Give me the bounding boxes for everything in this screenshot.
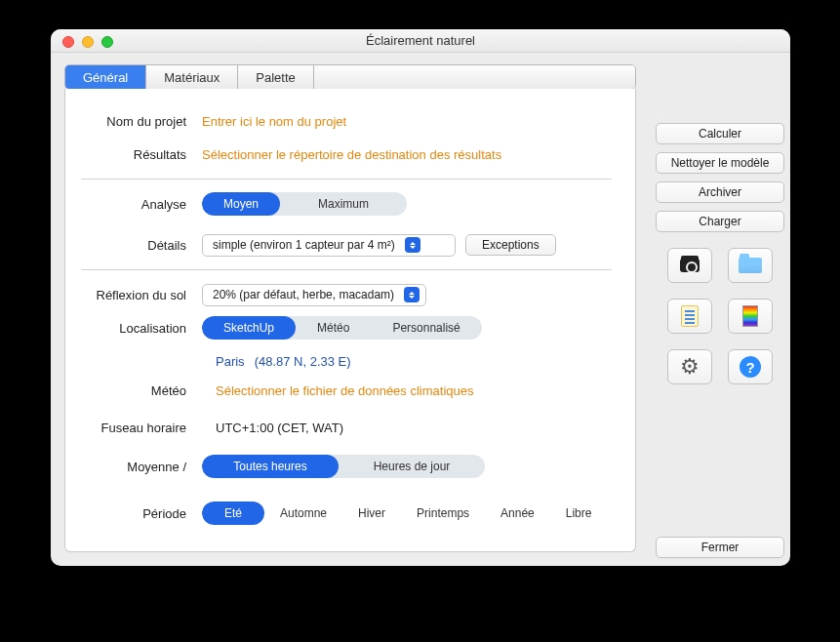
period-segmented: Eté Automne Hiver Printemps Année Libre bbox=[202, 502, 607, 525]
sidebar: Calculer Nettoyer le modèle Archiver Cha… bbox=[650, 53, 790, 566]
location-sketchup[interactable]: SketchUp bbox=[202, 316, 296, 340]
daylighting-window: Éclairement naturel Général Matériaux Pa… bbox=[51, 29, 790, 566]
average-day-hours[interactable]: Heures de jour bbox=[339, 455, 485, 478]
details-label: Détails bbox=[75, 238, 202, 253]
timezone-value: UTC+1:00 (CET, WAT) bbox=[216, 421, 343, 435]
tab-general[interactable]: Général bbox=[65, 65, 146, 89]
timezone-label: Fuseau horaire bbox=[75, 421, 202, 435]
ground-reflection-label: Réflexion du sol bbox=[75, 288, 202, 302]
period-libre[interactable]: Libre bbox=[550, 502, 608, 525]
analysis-moyen[interactable]: Moyen bbox=[202, 192, 280, 216]
minimize-icon[interactable] bbox=[82, 36, 94, 48]
bottom-area: Fermer bbox=[656, 537, 784, 558]
period-ete[interactable]: Eté bbox=[202, 502, 264, 525]
project-name-input[interactable]: Entrer ici le nom du projet bbox=[202, 114, 346, 129]
icon-row-1 bbox=[656, 248, 784, 283]
titlebar: Éclairement naturel bbox=[51, 29, 790, 53]
tab-bar: Général Matériaux Palette bbox=[64, 64, 636, 90]
gear-icon[interactable] bbox=[667, 349, 712, 384]
sidebar-spacer bbox=[656, 60, 784, 115]
icon-row-2 bbox=[656, 299, 784, 334]
details-select-value: simple (environ 1 capteur par 4 m²) bbox=[213, 238, 395, 252]
calculate-button[interactable]: Calculer bbox=[656, 123, 784, 144]
spectrum-icon[interactable] bbox=[728, 299, 773, 334]
period-hiver[interactable]: Hiver bbox=[342, 502, 401, 525]
close-icon[interactable] bbox=[62, 36, 74, 48]
tab-palette[interactable]: Palette bbox=[238, 65, 313, 89]
traffic-lights bbox=[62, 36, 113, 48]
folder-icon[interactable] bbox=[728, 248, 773, 283]
separator bbox=[81, 179, 612, 180]
chevron-updown-icon bbox=[404, 287, 420, 302]
clean-model-button[interactable]: Nettoyer le modèle bbox=[656, 152, 784, 174]
zoom-icon[interactable] bbox=[101, 36, 113, 48]
window-body: Général Matériaux Palette Nom du projet … bbox=[51, 53, 790, 566]
main-panel: Général Matériaux Palette Nom du projet … bbox=[51, 53, 650, 566]
period-printemps[interactable]: Printemps bbox=[401, 502, 485, 525]
period-automne[interactable]: Automne bbox=[264, 502, 342, 525]
average-label: Moyenne / bbox=[75, 460, 202, 474]
results-label: Résultats bbox=[75, 147, 202, 162]
general-panel: Nom du projet Entrer ici le nom du proje… bbox=[64, 89, 636, 552]
weather-file-input[interactable]: Sélectionner le fichier de données clima… bbox=[216, 383, 474, 398]
average-all-hours[interactable]: Toutes heures bbox=[202, 455, 339, 478]
analysis-label: Analyse bbox=[75, 197, 202, 212]
camera-icon[interactable] bbox=[667, 248, 712, 283]
analysis-segmented: Moyen Maximum bbox=[202, 192, 407, 216]
window-title: Éclairement naturel bbox=[51, 33, 790, 48]
chevron-updown-icon bbox=[405, 237, 420, 253]
location-coords: (48.87 N, 2.33 E) bbox=[255, 354, 351, 369]
separator bbox=[81, 269, 612, 270]
load-button[interactable]: Charger bbox=[656, 211, 784, 232]
analysis-maximum[interactable]: Maximum bbox=[280, 192, 407, 216]
help-icon[interactable]: ? bbox=[728, 349, 773, 384]
weather-label: Météo bbox=[75, 383, 202, 398]
project-name-label: Nom du projet bbox=[75, 114, 202, 129]
document-icon[interactable] bbox=[667, 299, 712, 334]
location-custom[interactable]: Personnalisé bbox=[371, 316, 481, 340]
details-select[interactable]: simple (environ 1 capteur par 4 m²) bbox=[202, 234, 456, 257]
period-label: Période bbox=[75, 506, 202, 521]
period-annee[interactable]: Année bbox=[485, 502, 550, 525]
location-meteo[interactable]: Météo bbox=[296, 316, 371, 340]
ground-reflection-value: 20% (par défaut, herbe, macadam) bbox=[213, 288, 394, 301]
exceptions-button[interactable]: Exceptions bbox=[465, 234, 556, 256]
archive-button[interactable]: Archiver bbox=[656, 181, 784, 203]
location-city: Paris bbox=[216, 354, 245, 369]
tab-materials[interactable]: Matériaux bbox=[146, 65, 238, 89]
location-label: Localisation bbox=[75, 321, 202, 336]
ground-reflection-select[interactable]: 20% (par défaut, herbe, macadam) bbox=[202, 284, 426, 306]
tab-filler bbox=[314, 65, 635, 89]
location-segmented: SketchUp Météo Personnalisé bbox=[202, 316, 482, 340]
results-destination-input[interactable]: Sélectionner le répertoire de destinatio… bbox=[202, 147, 501, 162]
close-button[interactable]: Fermer bbox=[656, 537, 784, 558]
average-segmented: Toutes heures Heures de jour bbox=[202, 455, 485, 478]
icon-row-3: ? bbox=[656, 349, 784, 384]
